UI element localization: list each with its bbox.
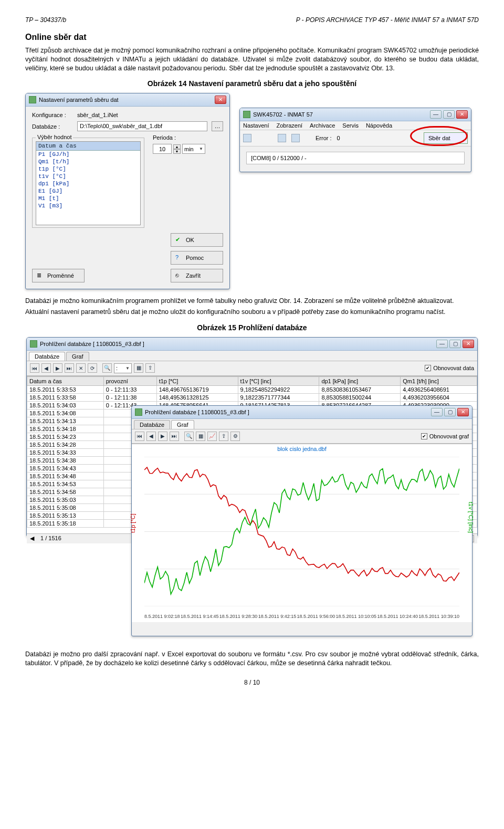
chart-area[interactable]: blok cislo jedna.dbf t1p [*C] t1v [*C] […: [132, 444, 472, 622]
list-item[interactable]: dp1 [kPa]: [36, 180, 140, 187]
spin-up-icon: ▲: [173, 144, 181, 149]
tab-graf[interactable]: Graf: [171, 420, 194, 429]
dialog-titlebar[interactable]: Nastavení parametrů sběru dat ✕: [26, 93, 229, 107]
x-tick: 18.5.2011 9:42:15: [258, 614, 297, 619]
nav-first-icon[interactable]: ⏮: [135, 432, 144, 441]
col-header[interactable]: t1v [*C] [inc]: [238, 376, 319, 385]
col-header[interactable]: t1p [*C]: [156, 376, 238, 385]
grid-icon[interactable]: ▦: [134, 363, 143, 373]
minimize-icon[interactable]: —: [436, 340, 448, 348]
nav-first-icon[interactable]: ⏮: [30, 363, 39, 373]
promenne-button[interactable]: ≣ Proměnné: [32, 269, 85, 282]
dbv2-titlebar[interactable]: Prohlížení databáze [ 11080015_#3.dbf ] …: [132, 406, 472, 419]
col-header[interactable]: Qm1 [t/h] [inc]: [401, 376, 477, 385]
sber-dat-button[interactable]: Sběr dat: [424, 132, 468, 144]
swk-titlebar[interactable]: SWK45702 - INMAT 57 — ▢ ✕: [240, 108, 471, 121]
maximize-icon[interactable]: ▢: [449, 340, 461, 348]
error-value: 0: [337, 135, 340, 141]
close-icon[interactable]: ✕: [456, 110, 468, 119]
x-tick: 18.5.2011 9:56:00: [297, 614, 335, 619]
close-icon[interactable]: ✕: [463, 340, 474, 348]
nav-last-icon[interactable]: ⏭: [170, 432, 179, 441]
list-item[interactable]: Qm1 [t/h]: [36, 158, 140, 165]
chk-obnovovat-graf[interactable]: ✔ Obnovovat graf: [421, 433, 469, 439]
col-header[interactable]: Datum a čas: [27, 376, 104, 385]
para-db: Databázi je možno komunikačním programem…: [25, 297, 479, 306]
list-item[interactable]: E1 [GJ]: [36, 187, 140, 195]
nav-prev-icon[interactable]: ◀: [146, 432, 156, 441]
close-icon[interactable]: ✕: [457, 408, 469, 416]
error-label: Error :: [316, 135, 332, 141]
tab-graf[interactable]: Graf: [66, 352, 89, 361]
minimize-icon[interactable]: —: [431, 408, 443, 416]
com-status: [COM8] 0 / 512000 / -: [246, 152, 465, 164]
toolbar-icon[interactable]: [243, 134, 251, 142]
menu-nastaveni[interactable]: Nastavení: [243, 122, 269, 129]
perioda-spinbox[interactable]: 10: [153, 144, 172, 154]
page-combo[interactable]: :: [114, 363, 132, 373]
dbv2-title: Prohlížení databáze [ 11080015_#3.dbf ]: [145, 409, 249, 415]
list-item[interactable]: P1 [GJ/h]: [36, 151, 140, 158]
menu-archivace[interactable]: Archivace: [310, 122, 335, 129]
close-icon[interactable]: ✕: [215, 96, 226, 104]
menu-servis[interactable]: Servis: [342, 122, 359, 129]
y-axis-left-label: t1p [*C]: [130, 514, 136, 533]
spin-controls[interactable]: ▲▼: [173, 144, 181, 154]
checkbox-icon[interactable]: ✔: [421, 433, 427, 439]
perioda-unit-combo[interactable]: min: [182, 144, 205, 154]
browse-button[interactable]: …: [212, 121, 223, 131]
nav-refresh-icon[interactable]: ⟳: [88, 363, 97, 373]
app-icon: [135, 408, 142, 416]
grid-icon[interactable]: ▦: [196, 432, 205, 441]
chart-icon[interactable]: 📈: [207, 432, 217, 441]
col-header[interactable]: provozní: [103, 376, 156, 385]
tab-databaze[interactable]: Databáze: [134, 420, 170, 429]
pomoc-button[interactable]: ? Pomoc: [171, 251, 223, 265]
menu-zobrazeni[interactable]: Zobrazení: [277, 122, 303, 129]
toolbar-icon[interactable]: [278, 134, 286, 142]
nav-prev-icon[interactable]: ◀: [41, 363, 51, 373]
nav-next-icon[interactable]: ▶: [158, 432, 167, 441]
settings-icon[interactable]: ⚙: [230, 432, 240, 441]
table-row[interactable]: 18.5.2011 5:33:580 - 12:11:38148,4953613…: [27, 393, 477, 401]
minimize-icon[interactable]: —: [430, 110, 442, 119]
nav-toolbar: ⏮ ◀ ▶ ⏭ 🔍 ▦ 📈 ⇪ ⚙ ✔ Obnovovat graf: [132, 429, 472, 444]
table-row[interactable]: 18.5.2011 5:33:530 - 12:11:33148,4967651…: [27, 385, 477, 393]
nav-delete-icon[interactable]: ✕: [76, 363, 86, 373]
export-icon[interactable]: ⇪: [219, 432, 228, 441]
nav-last-icon[interactable]: ⏭: [65, 363, 74, 373]
dbv1-titlebar[interactable]: Prohlížení databáze [ 11080015_#3.dbf ] …: [27, 338, 477, 351]
zoom-icon[interactable]: 🔍: [184, 432, 194, 441]
tabs: Databáze Graf: [132, 419, 472, 429]
list-item[interactable]: t1v [°C]: [36, 173, 140, 180]
export-icon[interactable]: ⇪: [145, 363, 155, 373]
checkbox-icon[interactable]: ✔: [425, 365, 431, 371]
tabs: Databáze Graf: [27, 351, 477, 361]
list-veliciny[interactable]: Datum a čas P1 [GJ/h] Qm1 [t/h] t1p [°C]…: [36, 141, 141, 225]
tab-databaze[interactable]: Databáze: [29, 352, 65, 361]
nav-next-icon[interactable]: ▶: [53, 363, 62, 373]
chart-title: blok cislo jedna.dbf: [132, 444, 472, 454]
list-item[interactable]: t1p [°C]: [36, 165, 140, 173]
app-icon: [30, 340, 37, 348]
maximize-icon[interactable]: ▢: [443, 110, 455, 119]
list-header: Datum a čas: [36, 142, 140, 151]
toolbar-icon[interactable]: [291, 134, 300, 142]
y-axis-right-label: t1v [*C] [inc]: [468, 502, 474, 533]
menubar: Nastavení Zobrazení Archivace Servis Náp…: [240, 121, 471, 130]
list-item[interactable]: V1 [m3]: [36, 202, 140, 209]
maximize-icon[interactable]: ▢: [444, 408, 456, 416]
x-tick: 18.5.2011 9:14:45: [181, 614, 219, 619]
zavrit-button[interactable]: ⎋ Zavřít: [171, 269, 223, 282]
check-icon: ✔: [175, 236, 183, 244]
hdr-left: TP – 304337/b: [25, 16, 66, 24]
chk-obnovovat-data[interactable]: ✔ Obnovovat data: [425, 365, 474, 371]
menu-napoveda[interactable]: Nápověda: [366, 122, 392, 129]
databaze-path-input[interactable]: D:\Teplo\00_swk\sběr_dat_1.dbf: [77, 121, 207, 131]
col-header[interactable]: dp1 [kPa] [inc]: [319, 376, 401, 385]
ok-button[interactable]: ✔ OK: [171, 233, 223, 247]
row-counter: 1 / 1516: [40, 535, 61, 542]
zoom-icon[interactable]: 🔍: [102, 363, 112, 373]
list-item[interactable]: M1 [t]: [36, 195, 140, 202]
dbv1-title: Prohlížení databáze [ 11080015_#3.dbf ]: [40, 341, 144, 347]
